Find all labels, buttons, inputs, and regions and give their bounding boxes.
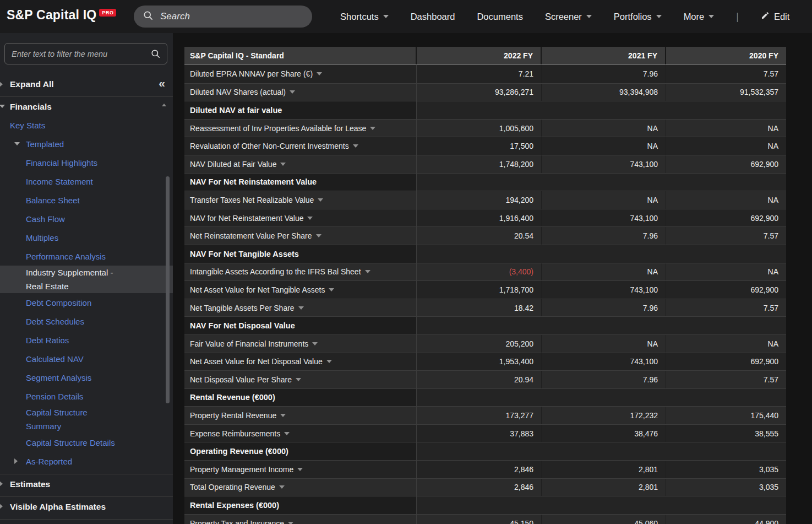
- value-cell: NA: [666, 120, 786, 137]
- value-cell: 175,440: [666, 407, 786, 424]
- table-header-standard[interactable]: S&P Capital IQ - Standard: [184, 47, 417, 64]
- search-icon: [143, 10, 154, 23]
- nav-item-documents[interactable]: Documents: [477, 12, 522, 22]
- sidebar-item-segment-analysis[interactable]: Segment Analysis: [0, 368, 173, 387]
- row-dropdown-icon[interactable]: [316, 234, 321, 237]
- row-label[interactable]: NAV Diluted at Fair Value: [184, 155, 417, 173]
- sidebar-item-capital-structure-details[interactable]: Capital Structure Details: [0, 433, 173, 452]
- chevron-down-icon: [656, 15, 662, 18]
- row-label[interactable]: Diluted NAV Shares (actual): [184, 84, 417, 101]
- row-dropdown-icon[interactable]: [326, 360, 332, 363]
- row-label[interactable]: Property Rental Revenue: [184, 407, 417, 424]
- expand-all[interactable]: Expand All «: [0, 75, 173, 93]
- value-cell: 173,277: [417, 407, 542, 424]
- row-label-text: Total Operating Revenue: [190, 483, 275, 491]
- row-dropdown-icon[interactable]: [279, 485, 285, 489]
- section-row: NAV For Net Tangible Assets: [184, 245, 786, 263]
- sidebar-item-financial-highlights[interactable]: Financial Highlights: [0, 153, 173, 172]
- sidebar-item-multiples[interactable]: Multiples: [0, 228, 173, 247]
- sidebar-item-performance-analysis[interactable]: Performance Analysis: [0, 247, 173, 266]
- row-dropdown-icon[interactable]: [318, 198, 323, 202]
- sidebar-item-debt-composition[interactable]: Debt Composition: [0, 293, 173, 312]
- row-dropdown-icon[interactable]: [298, 306, 304, 310]
- row-label[interactable]: Revaluation of Other Non-Current Investm…: [184, 137, 417, 155]
- nav-item-dashboard[interactable]: Dashboard: [411, 12, 455, 22]
- section-spacer: [417, 442, 786, 460]
- row-dropdown-icon[interactable]: [365, 270, 370, 273]
- sidebar-item-calculated-nav[interactable]: Calculated NAV: [0, 349, 173, 368]
- column-header-2020fy[interactable]: 2020 FY: [666, 47, 786, 64]
- row-dropdown-icon[interactable]: [370, 127, 375, 130]
- edit-button[interactable]: Edit: [761, 11, 789, 22]
- column-header-2021fy[interactable]: 2021 FY: [542, 47, 666, 64]
- chevron-down-icon: [709, 15, 714, 18]
- sidebar-item-key-stats[interactable]: Key Stats: [0, 116, 173, 134]
- search-input[interactable]: [160, 11, 287, 22]
- nav-item-more[interactable]: More: [684, 12, 715, 22]
- table-row: Fair Value of Financial Instruments205,2…: [184, 334, 786, 353]
- sidebar-item-capital-structure-summary[interactable]: Capital Structure Summary: [0, 406, 173, 433]
- filter-search-icon[interactable]: [150, 48, 161, 61]
- sidebar-item-industry-supplemental-real-estate[interactable]: Industry Supplemental - Real Estate: [0, 266, 173, 293]
- sidebar-item-pension-details[interactable]: Pension Details: [0, 387, 173, 406]
- sidebar-scrollbar[interactable]: [166, 176, 170, 403]
- row-dropdown-icon[interactable]: [280, 163, 286, 166]
- row-dropdown-icon[interactable]: [280, 414, 286, 417]
- nav-item-screener[interactable]: Screener: [545, 12, 592, 22]
- sidebar-item-label: Performance Analysis: [26, 250, 106, 263]
- section-label: Rental Revenue (€000): [184, 389, 417, 407]
- row-label[interactable]: Reassessment of Inv Properties Available…: [184, 120, 417, 137]
- brand-logo[interactable]: S&P Capital IQPRO: [7, 8, 116, 23]
- row-dropdown-icon[interactable]: [329, 288, 334, 291]
- row-label[interactable]: Transfer Taxes Net Realizable Value: [184, 191, 417, 209]
- collapse-sidebar-icon[interactable]: «: [159, 77, 165, 90]
- sidebar-item-visible-alpha-estimates[interactable]: Visible Alpha Estimates: [0, 497, 173, 516]
- row-label[interactable]: Fair Value of Financial Instruments: [184, 335, 417, 353]
- sidebar-item-financials[interactable]: Financials: [0, 97, 173, 116]
- sidebar-item-income-statement[interactable]: Income Statement: [0, 172, 173, 191]
- row-label[interactable]: NAV for Net Reinstatement Value: [184, 209, 417, 227]
- row-dropdown-icon[interactable]: [307, 217, 313, 220]
- row-label[interactable]: Net Disposal Value Per Share: [184, 371, 417, 388]
- sidebar-item-as-reported[interactable]: As-Reported: [0, 452, 173, 471]
- row-dropdown-icon[interactable]: [297, 468, 303, 471]
- sidebar-item-estimates[interactable]: Estimates: [0, 474, 173, 493]
- scroll-up-icon[interactable]: [162, 104, 166, 106]
- section-spacer: [417, 317, 786, 334]
- row-dropdown-icon[interactable]: [353, 144, 358, 148]
- row-label[interactable]: Net Tangible Assets Per Share: [184, 299, 417, 317]
- nav-item-shortcuts[interactable]: Shortcuts: [340, 12, 389, 22]
- row-dropdown-icon[interactable]: [288, 522, 293, 524]
- value-cell: 7.96: [542, 65, 666, 83]
- sidebar-item-cash-flow[interactable]: Cash Flow: [0, 209, 173, 228]
- row-label[interactable]: Total Operating Revenue: [184, 479, 417, 496]
- row-label[interactable]: Expense Reimbursements: [184, 425, 417, 442]
- sidebar-item-label: Segment Analysis: [26, 371, 91, 385]
- sidebar-item-balance-sheet[interactable]: Balance Sheet: [0, 191, 173, 209]
- value-cell: 7.21: [417, 65, 542, 83]
- row-label[interactable]: Intangible Assets According to the IFRS …: [184, 263, 417, 281]
- value-cell: 93,286,271: [417, 84, 542, 101]
- sidebar-item-debt-ratios[interactable]: Debt Ratios: [0, 331, 173, 349]
- row-dropdown-icon[interactable]: [284, 432, 290, 435]
- row-label[interactable]: Net Reinstatement Value Per Share: [184, 227, 417, 245]
- value-cell: 743,100: [542, 155, 666, 173]
- row-dropdown-icon[interactable]: [312, 342, 318, 345]
- sidebar-item-debt-schedules[interactable]: Debt Schedules: [0, 312, 173, 331]
- nav-item-portfolios[interactable]: Portfolios: [614, 12, 662, 22]
- row-dropdown-icon[interactable]: [317, 72, 322, 75]
- global-search[interactable]: [134, 6, 312, 28]
- row-dropdown-icon[interactable]: [296, 378, 301, 381]
- sidebar-item-templated[interactable]: Templated: [0, 134, 173, 153]
- row-label[interactable]: Net Asset Value for Net Disposal Value: [184, 353, 417, 371]
- row-label[interactable]: Property Tax and Insurance: [184, 515, 417, 524]
- row-label[interactable]: Property Management Income: [184, 461, 417, 478]
- row-dropdown-icon[interactable]: [290, 90, 295, 94]
- sidebar: Expand All « FinancialsKey StatsTemplate…: [0, 33, 173, 524]
- row-label[interactable]: Net Asset Value for Net Tangible Assets: [184, 281, 417, 299]
- top-bar: S&P Capital IQPRO ShortcutsDashboardDocu…: [0, 0, 812, 33]
- sidebar-item-investment-market-research[interactable]: Investment & Market Research: [0, 520, 173, 524]
- column-header-2022fy[interactable]: 2022 FY: [417, 47, 542, 64]
- row-label[interactable]: Diluted EPRA NNNAV per Share (€): [184, 65, 417, 83]
- menu-filter-input[interactable]: [4, 43, 167, 64]
